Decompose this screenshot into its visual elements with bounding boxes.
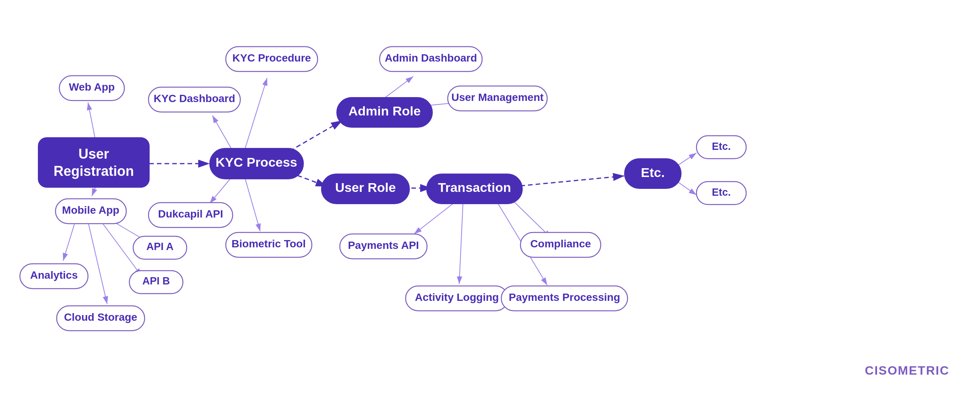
svg-text:KYC Procedure: KYC Procedure (232, 52, 311, 64)
svg-rect-4 (38, 138, 149, 187)
node-admin-role: Admin Role (337, 97, 432, 127)
svg-text:Admin Role: Admin Role (349, 104, 421, 118)
svg-text:User Role: User Role (335, 180, 396, 195)
svg-text:Etc.: Etc. (712, 187, 731, 198)
svg-text:User Management: User Management (451, 91, 543, 103)
svg-text:Payments Processing: Payments Processing (509, 291, 620, 303)
node-compliance: Compliance (520, 232, 601, 257)
svg-text:Cloud Storage: Cloud Storage (64, 311, 137, 323)
node-api-b: API B (129, 271, 183, 294)
svg-text:API B: API B (142, 275, 170, 287)
svg-text:Mobile App: Mobile App (62, 204, 119, 216)
node-kyc-dashboard: KYC Dashboard (148, 87, 240, 112)
svg-text:Compliance: Compliance (530, 238, 591, 250)
line-admin-dashboard (383, 76, 413, 99)
node-etc1: Etc. (696, 136, 746, 159)
svg-text:Web App: Web App (69, 81, 115, 93)
svg-text:Etc.: Etc. (641, 165, 665, 180)
svg-text:Registration: Registration (54, 163, 134, 179)
svg-text:Etc.: Etc. (712, 141, 731, 152)
node-user-role: User Role (321, 174, 409, 204)
node-analytics: Analytics (20, 264, 88, 289)
svg-text:Payments API: Payments API (348, 239, 419, 251)
brand-text-primary: CISO (865, 364, 898, 377)
node-web-app: Web App (59, 76, 124, 101)
line-kyc-biometric (245, 178, 260, 231)
brand-text-secondary: METRIC (898, 364, 949, 377)
node-user-registration: User Registration (38, 138, 149, 187)
node-mobile-app: Mobile App (55, 199, 126, 224)
node-transaction: Transaction (427, 174, 522, 204)
node-biometric-tool: Biometric Tool (226, 232, 312, 257)
svg-text:Activity Logging: Activity Logging (415, 291, 499, 303)
node-dukcapil-api: Dukcapil API (148, 203, 233, 227)
node-admin-dashboard: Admin Dashboard (380, 47, 482, 71)
node-etc2: Etc. (696, 182, 746, 205)
node-user-management: User Management (448, 86, 547, 111)
node-payments-processing: Payments Processing (501, 286, 628, 311)
svg-text:Admin Dashboard: Admin Dashboard (385, 52, 477, 64)
line-kyc-procedure (245, 78, 267, 149)
svg-text:Analytics: Analytics (30, 269, 78, 281)
svg-text:User: User (78, 146, 109, 162)
node-activity-logging: Activity Logging (406, 286, 508, 311)
svg-text:KYC Process: KYC Process (215, 155, 297, 169)
line-mobile-cloudstorage (88, 222, 107, 304)
node-etc-main: Etc. (625, 159, 681, 188)
svg-text:Biometric Tool: Biometric Tool (232, 238, 306, 250)
line-ur-webapp (88, 102, 96, 141)
line-kyc-dukcapil (210, 176, 233, 203)
node-kyc-process: KYC Process (210, 148, 303, 179)
node-api-a: API A (133, 236, 187, 259)
line-kyc-dashboard (212, 115, 233, 151)
svg-text:Transaction: Transaction (438, 180, 511, 195)
brand-logo: CISOMETRIC (865, 364, 949, 378)
node-cloud-storage: Cloud Storage (57, 306, 145, 331)
node-kyc-procedure: KYC Procedure (226, 47, 318, 71)
line-trans-etc (513, 176, 625, 187)
diagram: Web App User Registration Mobile App Ana… (0, 0, 980, 393)
svg-text:API A: API A (146, 241, 173, 252)
svg-text:Dukcapil API: Dukcapil API (158, 208, 223, 220)
line-trans-activitylogging (459, 202, 463, 284)
node-payments-api: Payments API (340, 234, 427, 259)
svg-text:KYC Dashboard: KYC Dashboard (153, 93, 235, 104)
